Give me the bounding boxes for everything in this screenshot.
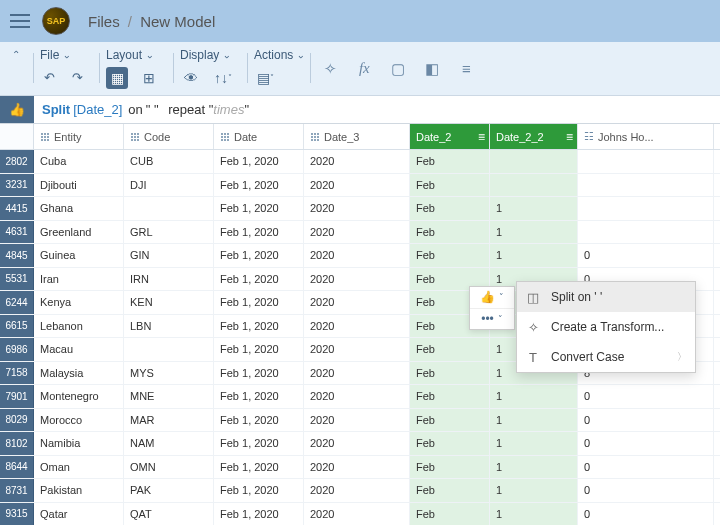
cell-date3[interactable]: 2020 bbox=[304, 291, 410, 314]
cell-code[interactable]: CUB bbox=[124, 150, 214, 173]
cell-entity[interactable]: Qatar bbox=[34, 503, 124, 526]
cell-date[interactable]: Feb 1, 2020 bbox=[214, 432, 304, 455]
cell-date22[interactable]: 1 bbox=[490, 456, 578, 479]
display-label[interactable]: Display bbox=[180, 48, 219, 62]
cell-date22[interactable]: 1 bbox=[490, 197, 578, 220]
cell-date3[interactable]: 2020 bbox=[304, 432, 410, 455]
cell-date2[interactable]: Feb bbox=[410, 150, 490, 173]
cell-johns[interactable]: 0 bbox=[578, 432, 714, 455]
cell-johns[interactable]: 0 bbox=[578, 409, 714, 432]
cell-date[interactable]: Feb 1, 2020 bbox=[214, 409, 304, 432]
cell-date22[interactable]: 1 bbox=[490, 385, 578, 408]
cm-convert-case[interactable]: T Convert Case 〉 bbox=[517, 342, 695, 372]
cell-entity[interactable]: Montenegro bbox=[34, 385, 124, 408]
row-number[interactable]: 4631 bbox=[0, 221, 34, 244]
cell-date[interactable]: Feb 1, 2020 bbox=[214, 150, 304, 173]
cell-date3[interactable]: 2020 bbox=[304, 456, 410, 479]
table-row[interactable]: 4415GhanaFeb 1, 20202020Feb1 bbox=[0, 197, 720, 221]
cell-johns[interactable]: 0 bbox=[578, 456, 714, 479]
cell-code[interactable]: NAM bbox=[124, 432, 214, 455]
cell-entity[interactable]: Malaysia bbox=[34, 362, 124, 385]
cell-date[interactable]: Feb 1, 2020 bbox=[214, 338, 304, 361]
expand-icon[interactable]: ⌃ bbox=[12, 49, 20, 60]
cell-date3[interactable]: 2020 bbox=[304, 503, 410, 526]
cell-entity[interactable]: Lebanon bbox=[34, 315, 124, 338]
row-number[interactable]: 6986 bbox=[0, 338, 34, 361]
action-table-icon[interactable]: ▤˅ bbox=[254, 67, 276, 89]
cell-code[interactable]: OMN bbox=[124, 456, 214, 479]
cell-date2[interactable]: Feb bbox=[410, 409, 490, 432]
cell-date3[interactable]: 2020 bbox=[304, 362, 410, 385]
cell-code[interactable]: IRN bbox=[124, 268, 214, 291]
cell-johns[interactable] bbox=[578, 221, 714, 244]
cell-date[interactable]: Feb 1, 2020 bbox=[214, 385, 304, 408]
cell-entity[interactable]: Pakistan bbox=[34, 479, 124, 502]
row-number[interactable]: 8029 bbox=[0, 409, 34, 432]
cell-date[interactable]: Feb 1, 2020 bbox=[214, 197, 304, 220]
cell-date2[interactable]: Feb bbox=[410, 174, 490, 197]
row-number[interactable]: 6615 bbox=[0, 315, 34, 338]
mini-more-row[interactable]: ••• ˅ bbox=[470, 309, 514, 330]
cell-date2[interactable]: Feb bbox=[410, 338, 490, 361]
table-row[interactable]: 3231DjiboutiDJIFeb 1, 20202020Feb bbox=[0, 174, 720, 198]
cell-date3[interactable]: 2020 bbox=[304, 338, 410, 361]
row-number[interactable]: 5531 bbox=[0, 268, 34, 291]
cell-code[interactable]: MAR bbox=[124, 409, 214, 432]
cell-code[interactable]: QAT bbox=[124, 503, 214, 526]
table-row[interactable]: 8644OmanOMNFeb 1, 20202020Feb10 bbox=[0, 456, 720, 480]
col-date2[interactable]: Date_2≡ bbox=[410, 124, 490, 149]
table-view-icon[interactable]: ▦ bbox=[106, 67, 128, 89]
table-row[interactable]: 8029MoroccoMARFeb 1, 20202020Feb10 bbox=[0, 409, 720, 433]
cell-date3[interactable]: 2020 bbox=[304, 174, 410, 197]
cell-date3[interactable]: 2020 bbox=[304, 197, 410, 220]
cell-date3[interactable]: 2020 bbox=[304, 409, 410, 432]
cell-code[interactable]: PAK bbox=[124, 479, 214, 502]
col-entity[interactable]: Entity bbox=[34, 124, 124, 149]
cell-date[interactable]: Feb 1, 2020 bbox=[214, 479, 304, 502]
row-number[interactable]: 8102 bbox=[0, 432, 34, 455]
cell-date3[interactable]: 2020 bbox=[304, 385, 410, 408]
actions-label[interactable]: Actions bbox=[254, 48, 293, 62]
cell-johns[interactable]: 0 bbox=[578, 385, 714, 408]
undo-icon[interactable]: ↶ bbox=[40, 67, 58, 89]
table-row[interactable]: 8731PakistanPAKFeb 1, 20202020Feb10 bbox=[0, 479, 720, 503]
cell-entity[interactable]: Namibia bbox=[34, 432, 124, 455]
cell-date2[interactable]: Feb bbox=[410, 385, 490, 408]
menu-icon[interactable] bbox=[10, 14, 30, 28]
cell-date[interactable]: Feb 1, 2020 bbox=[214, 456, 304, 479]
sort-icon[interactable]: ↑↓˅ bbox=[212, 67, 234, 89]
cell-entity[interactable]: Cuba bbox=[34, 150, 124, 173]
cell-date2[interactable]: Feb bbox=[410, 432, 490, 455]
cell-date[interactable]: Feb 1, 2020 bbox=[214, 244, 304, 267]
row-number[interactable]: 6244 bbox=[0, 291, 34, 314]
cell-date3[interactable]: 2020 bbox=[304, 479, 410, 502]
file-label[interactable]: File bbox=[40, 48, 59, 62]
row-number[interactable]: 4845 bbox=[0, 244, 34, 267]
cell-entity[interactable]: Oman bbox=[34, 456, 124, 479]
col-date[interactable]: Date bbox=[214, 124, 304, 149]
cell-code[interactable]: GIN bbox=[124, 244, 214, 267]
cell-date22[interactable]: 1 bbox=[490, 479, 578, 502]
col-menu-icon[interactable]: ≡ bbox=[478, 130, 485, 144]
cell-date[interactable]: Feb 1, 2020 bbox=[214, 291, 304, 314]
table-row[interactable]: 8102NamibiaNAMFeb 1, 20202020Feb10 bbox=[0, 432, 720, 456]
row-number[interactable]: 8644 bbox=[0, 456, 34, 479]
cm-transform[interactable]: ✧ Create a Transform... bbox=[517, 312, 695, 342]
cell-johns[interactable]: 0 bbox=[578, 244, 714, 267]
row-number[interactable]: 9315 bbox=[0, 503, 34, 526]
cell-code[interactable] bbox=[124, 197, 214, 220]
cell-date[interactable]: Feb 1, 2020 bbox=[214, 315, 304, 338]
row-number[interactable]: 3231 bbox=[0, 174, 34, 197]
row-number[interactable]: 2802 bbox=[0, 150, 34, 173]
cell-date2[interactable]: Feb bbox=[410, 197, 490, 220]
cell-date[interactable]: Feb 1, 2020 bbox=[214, 268, 304, 291]
table-row[interactable]: 2802CubaCUBFeb 1, 20202020Feb bbox=[0, 150, 720, 174]
card-icon[interactable]: ▢ bbox=[389, 58, 407, 80]
cell-johns[interactable] bbox=[578, 150, 714, 173]
col-johns[interactable]: ☷Johns Ho... bbox=[578, 124, 714, 149]
cell-code[interactable]: GRL bbox=[124, 221, 214, 244]
cell-date2[interactable]: Feb bbox=[410, 244, 490, 267]
cell-entity[interactable]: Kenya bbox=[34, 291, 124, 314]
cell-date3[interactable]: 2020 bbox=[304, 315, 410, 338]
eye-icon[interactable]: 👁 bbox=[180, 67, 202, 89]
